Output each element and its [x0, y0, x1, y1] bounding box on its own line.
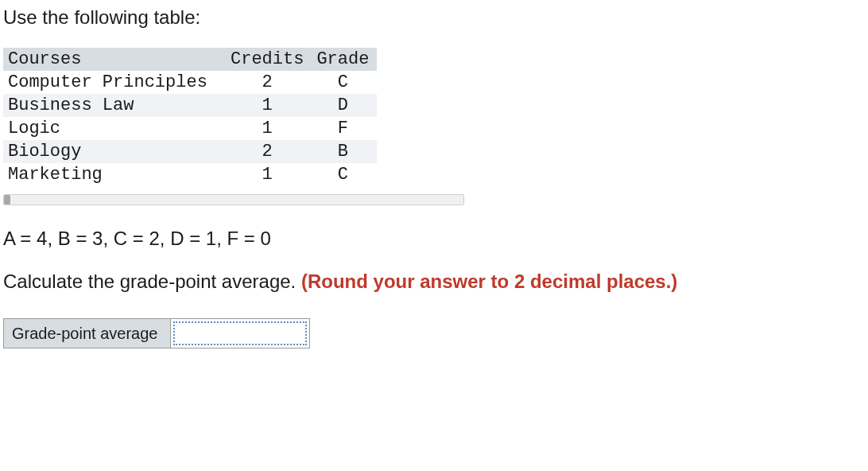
header-credits: Credits	[226, 48, 312, 71]
cell-grade: C	[312, 163, 377, 186]
table-row: Computer Principles 2 C	[3, 71, 377, 94]
cell-grade: D	[312, 94, 377, 117]
grade-scale-text: A = 4, B = 3, C = 2, D = 1, F = 0	[3, 228, 865, 250]
calc-prompt: Calculate the grade-point average. (Roun…	[3, 271, 865, 293]
header-grade: Grade	[312, 48, 377, 71]
cell-grade: F	[312, 117, 377, 140]
calc-prompt-text: Calculate the grade-point average.	[3, 271, 301, 292]
cell-credits: 1	[226, 94, 312, 117]
cell-credits: 2	[226, 71, 312, 94]
cell-course: Computer Principles	[3, 71, 226, 94]
cell-grade: B	[312, 140, 377, 163]
intro-text: Use the following table:	[3, 6, 865, 29]
horizontal-scrollbar[interactable]	[3, 194, 464, 205]
answer-label: Grade-point average	[4, 319, 171, 348]
table-row: Biology 2 B	[3, 140, 377, 163]
calc-emphasis: (Round your answer to 2 decimal places.)	[301, 271, 677, 292]
gpa-input[interactable]	[173, 321, 307, 345]
table-row: Business Law 1 D	[3, 94, 377, 117]
table-header-row: Courses Credits Grade	[3, 48, 377, 71]
cell-credits: 1	[226, 117, 312, 140]
cell-credits: 2	[226, 140, 312, 163]
cell-course: Biology	[3, 140, 226, 163]
cell-course: Logic	[3, 117, 226, 140]
cell-course: Business Law	[3, 94, 226, 117]
answer-input-cell	[171, 319, 310, 348]
scrollbar-thumb[interactable]	[4, 195, 10, 204]
table-row: Logic 1 F	[3, 117, 377, 140]
answer-table: Grade-point average	[3, 318, 310, 348]
cell-course: Marketing	[3, 163, 226, 186]
course-table: Courses Credits Grade Computer Principle…	[3, 48, 377, 186]
table-row: Marketing 1 C	[3, 163, 377, 186]
cell-grade: C	[312, 71, 377, 94]
header-courses: Courses	[3, 48, 226, 71]
cell-credits: 1	[226, 163, 312, 186]
